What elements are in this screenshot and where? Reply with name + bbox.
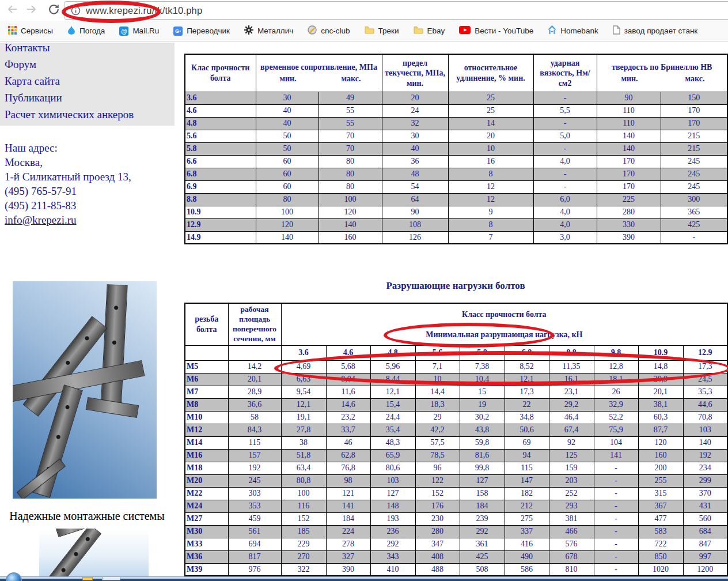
- bookmark-servisy[interactable]: Сервисы: [8, 26, 53, 36]
- table-cell: 22: [505, 398, 549, 411]
- bookmark-metallich[interactable]: Металлич: [244, 25, 293, 36]
- row-label: 10.9: [185, 206, 256, 218]
- row-label: M10: [185, 411, 228, 424]
- table-cell: 40: [256, 117, 318, 130]
- row-label: M39: [185, 563, 228, 576]
- table-cell: 57,5: [415, 436, 460, 449]
- taskbar-window-item[interactable]: [102, 576, 120, 580]
- table-cell: 19: [460, 398, 505, 411]
- row-label: 4.6: [185, 104, 256, 117]
- table-row: 3.630492025-90150: [185, 92, 727, 104]
- bookmark-label: Ebay: [427, 27, 445, 35]
- sidebar-item-forum[interactable]: Форум: [5, 56, 166, 73]
- table-cell: 96: [415, 462, 460, 474]
- table-cell: 293: [549, 500, 594, 512]
- table-cell: 40: [256, 104, 318, 117]
- table-cell: 229: [281, 538, 326, 550]
- bookmark-cncclub[interactable]: cnc-club: [308, 25, 350, 36]
- table-cell: 36,6: [228, 398, 281, 411]
- table-cell: 152: [415, 487, 460, 500]
- product-photo-brackets: [13, 281, 157, 499]
- table-cell: 80: [318, 155, 382, 168]
- sidebar-item-karta-sayta[interactable]: Карта сайта: [5, 73, 166, 89]
- table-cell: 103: [370, 474, 415, 487]
- table-cell: 5,68: [326, 360, 370, 373]
- table-cell: 81,6: [460, 449, 505, 462]
- table-row: 12.912014010884,0330425: [185, 218, 727, 231]
- bookmark-treki[interactable]: Треки: [365, 26, 399, 36]
- bookmark-ebay[interactable]: Ebay: [414, 26, 445, 36]
- forward-button[interactable]: [24, 3, 39, 18]
- table-cell: 367: [638, 500, 683, 512]
- start-button[interactable]: [6, 572, 22, 581]
- url-bar[interactable]: www.krepezi.ru/tk/tk10.php: [65, 1, 728, 20]
- table-cell: 170: [661, 117, 727, 130]
- breaking-loads-table: резьба болта рабочая площадь поперечного…: [184, 303, 728, 576]
- table-cell: 30: [256, 92, 318, 104]
- table-cell: -: [594, 525, 638, 538]
- class-column-label: 5.6: [415, 345, 460, 360]
- taskbar-folder-item[interactable]: [82, 577, 93, 580]
- table-row: M620,16,638,048,441010,412,116,118,120,9…: [185, 373, 727, 386]
- table-cell: 80: [256, 193, 318, 206]
- row-label: M8: [185, 398, 228, 411]
- table-cell: 236: [370, 525, 415, 538]
- bookmark-zavod[interactable]: завод продает станк: [613, 25, 698, 36]
- email-link[interactable]: info@krepezi.ru: [5, 213, 77, 227]
- table-cell: 141: [326, 500, 370, 512]
- table-row: 4.6405524255,5110170: [185, 104, 727, 117]
- bookmark-label: Сервисы: [21, 27, 53, 35]
- gear-icon: [244, 25, 253, 36]
- table-cell: 44,6: [683, 398, 727, 411]
- table-cell: 48: [382, 168, 448, 180]
- table-cell: 122: [415, 474, 460, 487]
- bookmark-label: cnc-club: [321, 27, 350, 35]
- table-cell: -: [533, 142, 597, 155]
- water-drop-icon: [67, 25, 75, 36]
- table-cell: 586: [505, 563, 549, 576]
- table-row: M514,24,695,685,967,17,388,5211,3512,814…: [185, 360, 727, 373]
- table-cell: 170: [597, 168, 661, 180]
- table-cell: 184: [460, 500, 505, 512]
- table-cell: 182: [505, 487, 549, 500]
- class-column-label: 4.8: [370, 345, 415, 360]
- table-cell: 997: [683, 550, 727, 563]
- header-tensile: временное сопротивление, МПа мин.макс.: [256, 54, 382, 92]
- page-info-icon[interactable]: [71, 6, 81, 16]
- sidebar-item-publikatsii[interactable]: Публикации: [5, 89, 166, 106]
- forward-arrow-icon: [25, 2, 39, 18]
- table-cell: 29: [415, 411, 460, 424]
- sidebar-item-kontakty[interactable]: Контакты: [5, 43, 166, 56]
- bookmark-vesti-youtube[interactable]: Вести - YouTube: [459, 26, 533, 36]
- row-label: M14: [185, 436, 228, 449]
- table-cell: -: [594, 512, 638, 525]
- bookmark-label: Погода: [79, 27, 105, 35]
- table-cell: 477: [638, 512, 683, 525]
- table-cell: 160: [638, 449, 683, 462]
- translate-icon: Gx: [173, 27, 183, 36]
- reload-icon: [47, 3, 60, 18]
- mailru-at-icon: @: [119, 27, 128, 36]
- table-cell: 17,3: [505, 386, 549, 398]
- bookmark-homebank[interactable]: Homebank: [548, 25, 598, 36]
- table-cell: 416: [505, 538, 549, 550]
- table-cell: 425: [460, 550, 505, 563]
- table-cell: 170: [597, 155, 661, 168]
- table-cell: 60: [256, 155, 318, 168]
- table-cell: 225: [597, 193, 661, 206]
- reload-button[interactable]: [46, 3, 61, 18]
- sidebar-item-raschet-ankerov[interactable]: Расчет химических анкеров: [5, 106, 166, 123]
- table-cell: 103: [683, 424, 727, 436]
- back-button[interactable]: [5, 3, 20, 18]
- table-row: M14115384648,357,559,86992104120140: [185, 436, 727, 449]
- bookmark-pogoda[interactable]: Погода: [67, 25, 105, 36]
- table-cell: 67,4: [549, 424, 594, 436]
- table-cell: 110: [597, 104, 661, 117]
- table-cell: 292: [460, 525, 505, 538]
- bookmark-perevodchik[interactable]: Gx Переводчик: [173, 27, 230, 36]
- bookmark-mailru[interactable]: @ Mail.Ru: [119, 27, 159, 36]
- table-cell: 5,0: [533, 130, 597, 142]
- table-cell: 25: [448, 104, 533, 117]
- table-cell: 100: [256, 206, 318, 218]
- table-cell: 370: [683, 487, 727, 500]
